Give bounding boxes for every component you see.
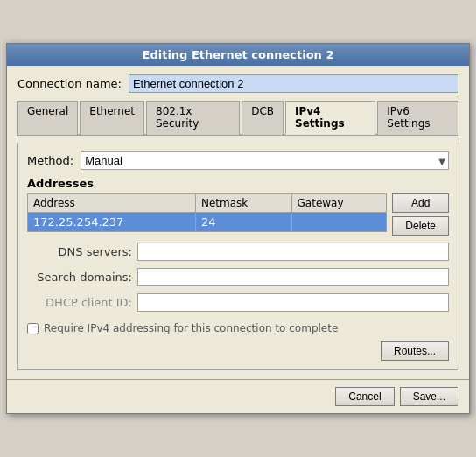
routes-row: Routes... — [27, 341, 449, 361]
method-select-wrapper: Manual Automatic (DHCP) Link-Local Only … — [80, 151, 449, 170]
search-domains-row: Search domains: — [27, 268, 449, 286]
dialog-body: Connection name: General Ethernet 802.1x… — [7, 66, 469, 379]
routes-button[interactable]: Routes... — [381, 341, 449, 361]
table-row[interactable]: 172.25.254.237 24 — [28, 213, 386, 232]
connection-name-row: Connection name: — [18, 74, 458, 93]
tab-dcb[interactable]: DCB — [242, 101, 284, 135]
add-button[interactable]: Add — [392, 193, 449, 213]
method-label: Method: — [27, 154, 74, 167]
search-domains-input[interactable] — [137, 268, 449, 286]
checkbox-row: Require IPv4 addressing for this connect… — [27, 322, 449, 334]
search-domains-label: Search domains: — [27, 271, 132, 284]
dhcp-row: DHCP client ID: — [27, 293, 449, 312]
cell-netmask: 24 — [195, 213, 291, 232]
tab-content-ipv4: Method: Manual Automatic (DHCP) Link-Loc… — [18, 143, 458, 370]
col-header-address: Address — [28, 194, 195, 213]
cell-address: 172.25.254.237 — [28, 213, 195, 232]
dns-input[interactable] — [137, 243, 449, 261]
tab-ethernet[interactable]: Ethernet — [80, 101, 144, 135]
connection-name-input[interactable] — [129, 74, 458, 93]
tab-general[interactable]: General — [18, 101, 78, 135]
require-ipv4-checkbox[interactable] — [27, 323, 38, 334]
tab-ipv6-settings[interactable]: IPv6 Settings — [377, 101, 458, 135]
cancel-button[interactable]: Cancel — [335, 387, 394, 406]
tab-8021x-security[interactable]: 802.1x Security — [146, 101, 240, 135]
cell-gateway — [291, 213, 386, 232]
delete-button[interactable]: Delete — [392, 216, 449, 236]
checkbox-label: Require IPv4 addressing for this connect… — [44, 322, 338, 334]
dhcp-input[interactable] — [137, 293, 449, 312]
tabs-bar: General Ethernet 802.1x Security DCB IPv… — [18, 100, 458, 136]
addr-buttons: Add Delete — [392, 193, 449, 236]
save-button[interactable]: Save... — [400, 387, 458, 406]
addresses-table: Address Netmask Gateway 172.25.254.237 2… — [28, 194, 386, 231]
method-select[interactable]: Manual Automatic (DHCP) Link-Local Only … — [80, 151, 449, 170]
dialog-title: Editing Ethernet connection 2 — [7, 44, 469, 66]
method-row: Method: Manual Automatic (DHCP) Link-Loc… — [27, 151, 449, 170]
addresses-container: Address Netmask Gateway 172.25.254.237 2… — [27, 193, 449, 236]
dns-label: DNS servers: — [27, 245, 132, 258]
addresses-table-wrapper: Address Netmask Gateway 172.25.254.237 2… — [27, 193, 387, 232]
addresses-title: Addresses — [27, 177, 449, 190]
col-header-netmask: Netmask — [195, 194, 291, 213]
connection-name-label: Connection name: — [18, 77, 122, 90]
dialog: Editing Ethernet connection 2 Connection… — [6, 43, 470, 414]
dns-row: DNS servers: — [27, 243, 449, 261]
dhcp-label: DHCP client ID: — [27, 296, 132, 309]
col-header-gateway: Gateway — [291, 194, 386, 213]
addresses-section: Addresses Address Netmask Gateway — [27, 177, 449, 236]
dialog-footer: Cancel Save... — [7, 379, 469, 413]
tab-ipv4-settings[interactable]: IPv4 Settings — [285, 101, 375, 135]
